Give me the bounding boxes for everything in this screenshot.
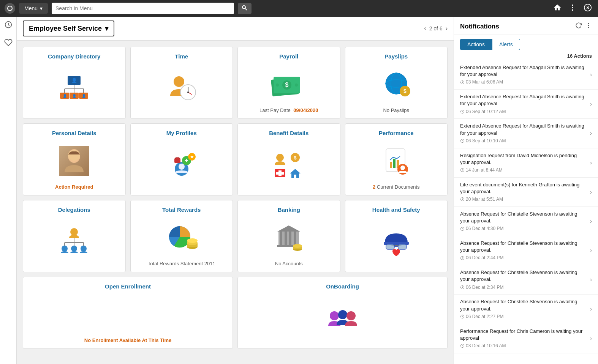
svg-point-1 [242, 6, 245, 9]
svg-text:👤: 👤 [72, 94, 77, 98]
svg-point-4 [572, 7, 573, 8]
svg-text:$: $ [403, 88, 407, 94]
notification-item[interactable]: Extended Absence Request for Abagail Smi… [454, 119, 598, 148]
refresh-button[interactable] [575, 22, 582, 31]
nav-circle-icon[interactable] [5, 3, 15, 14]
search-input[interactable] [52, 3, 234, 14]
app-title-button[interactable]: Employee Self Service ▾ [23, 20, 114, 36]
notification-item[interactable]: Absence Request for Christelle Stevenson… [454, 295, 598, 324]
svg-text:👤: 👤 [82, 94, 86, 98]
tiles-row-2: Personal Details Action Require [23, 123, 448, 195]
notification-item[interactable]: Extended Absence Request for Abagail Smi… [454, 60, 598, 90]
home-button[interactable] [552, 2, 563, 15]
more-options-button[interactable] [567, 2, 578, 15]
svg-text:👤: 👤 [63, 94, 67, 98]
tile-my-profiles[interactable]: My Profiles + ★ [130, 123, 233, 195]
svg-point-103 [588, 27, 589, 28]
notifications-header: Notifications [454, 17, 598, 35]
tab-alerts[interactable]: Alerts [492, 39, 520, 50]
notification-item[interactable]: Absence Request for Christelle Stevenson… [454, 265, 598, 295]
svg-text:👤: 👤 [71, 77, 77, 83]
svg-marker-83 [277, 225, 300, 232]
tiles-row-4: Open Enrollment No Enrollment Available … [23, 277, 448, 349]
svg-point-0 [8, 6, 12, 11]
notification-item[interactable]: Absence Request for Christelle Stevenson… [454, 236, 598, 265]
notifications-title: Notifications [460, 23, 499, 30]
personal-details-icon [59, 140, 89, 182]
svg-point-37 [295, 84, 298, 87]
notification-item[interactable]: Life event document(s) for Kenneth Graft… [454, 178, 598, 207]
svg-rect-95 [386, 244, 394, 249]
notifications-tabs: Actions Alerts [454, 35, 598, 50]
svg-point-36 [276, 84, 279, 87]
svg-point-100 [346, 311, 356, 320]
tile-payroll[interactable]: Payroll $ Last Pay Date [237, 47, 340, 119]
tile-onboarding[interactable]: OnBoarding [237, 277, 448, 349]
banking-icon [272, 217, 306, 258]
tile-banking[interactable]: Banking [237, 200, 340, 272]
svg-point-53 [276, 154, 284, 161]
onboarding-icon [324, 293, 362, 343]
notification-item[interactable]: Performance Request for Chris Cameron is… [454, 324, 598, 353]
svg-point-82 [187, 238, 198, 243]
recent-icon[interactable] [4, 20, 13, 31]
svg-rect-61 [294, 175, 296, 178]
svg-point-92 [293, 244, 302, 248]
payslips-subtitle: No Payslips [383, 107, 409, 113]
svg-point-77 [81, 246, 87, 252]
tile-health-safety[interactable]: Health and Safety [345, 200, 448, 272]
menu-button[interactable]: Menu ▾ [19, 3, 48, 14]
payslips-icon: $ [379, 63, 413, 105]
svg-rect-85 [280, 232, 282, 245]
health-safety-icon [379, 217, 413, 266]
tile-time[interactable]: Time [130, 47, 233, 119]
title-dropdown-icon: ▾ [105, 24, 108, 33]
svg-point-31 [187, 91, 189, 93]
tiles-row-3: Delegations [23, 200, 448, 272]
close-button[interactable] [582, 2, 593, 15]
notifications-count: 16 Actions [454, 50, 598, 60]
svg-point-46 [179, 164, 185, 170]
prev-page-button[interactable]: ‹ [424, 25, 426, 32]
svg-point-3 [572, 4, 573, 6]
favorites-icon[interactable] [4, 38, 13, 49]
total-rewards-subtitle: Total Rewards Statement 2011 [148, 261, 215, 266]
my-profiles-icon: + ★ [165, 140, 199, 190]
svg-point-76 [71, 246, 77, 252]
payroll-icon: $ [270, 63, 308, 105]
svg-point-102 [588, 25, 589, 26]
tile-delegations[interactable]: Delegations [23, 200, 126, 272]
svg-rect-88 [294, 232, 296, 245]
tile-total-rewards[interactable]: Total Rewards [130, 200, 233, 272]
notifications-more-button[interactable] [585, 22, 592, 31]
benefit-details-icon: $ [272, 140, 306, 190]
delegations-icon [57, 217, 91, 266]
svg-point-5 [572, 9, 573, 11]
tile-open-enrollment[interactable]: Open Enrollment No Enrollment Available … [23, 277, 233, 349]
tile-payslips[interactable]: Payslips $ No Payslips [345, 47, 448, 119]
tile-performance[interactable]: Performance [345, 123, 448, 195]
svg-text:+: + [185, 157, 188, 164]
tiles-area: Company Directory 👤 [17, 41, 454, 364]
notifications-header-icons [575, 22, 592, 31]
time-icon [165, 63, 199, 113]
tab-actions[interactable]: Actions [460, 39, 492, 50]
tile-company-directory[interactable]: Company Directory 👤 [23, 47, 126, 119]
tile-personal-details[interactable]: Personal Details Action Require [23, 123, 126, 195]
page-info: 2 of 6 [429, 25, 443, 32]
svg-marker-59 [290, 169, 301, 173]
next-page-button[interactable]: › [446, 25, 448, 32]
svg-rect-64 [390, 162, 392, 168]
search-button[interactable] [238, 3, 252, 14]
svg-point-101 [588, 23, 589, 24]
banking-subtitle: No Accounts [275, 261, 303, 266]
svg-rect-87 [289, 232, 291, 245]
notification-item[interactable]: Absence Request for Christelle Stevenson… [454, 207, 598, 236]
notification-item[interactable]: Resignation request from David Michelson… [454, 148, 598, 178]
total-rewards-icon [163, 217, 201, 258]
notification-item[interactable]: Extended Absence Request for Abagail Smi… [454, 90, 598, 119]
svg-point-75 [62, 246, 68, 252]
svg-point-69 [70, 228, 78, 236]
tile-benefit-details[interactable]: Benefit Details $ [237, 123, 340, 195]
page-navigation: ‹ 2 of 6 › [424, 25, 448, 32]
